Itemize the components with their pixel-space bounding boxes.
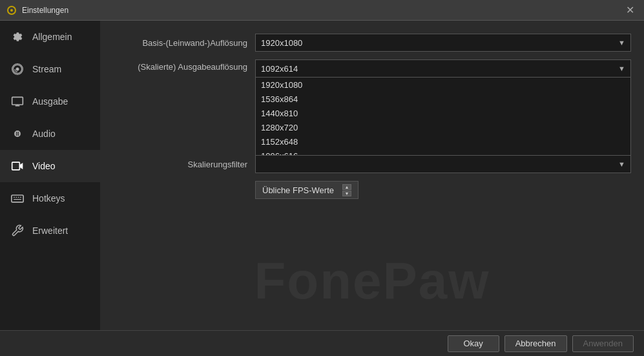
main-container: Allgemein Stream Ausgabe Audio	[0, 21, 644, 330]
chevron-down-icon-ausgabe: ▼	[618, 65, 625, 72]
form-row-skalierung: Skalierungsfilter ▼	[113, 155, 631, 173]
sidebar-label-ausgabe: Ausgabe	[32, 96, 68, 107]
svg-rect-6	[12, 195, 23, 202]
sidebar-item-stream[interactable]: Stream	[0, 53, 100, 85]
content-area: FonePaw Basis-(Leinwand-)Auflösung 1920x…	[100, 21, 644, 330]
stream-icon	[10, 62, 25, 76]
audio-icon	[10, 127, 25, 141]
chevron-down-icon: ▼	[618, 39, 625, 47]
video-icon	[10, 159, 25, 173]
anwenden-button[interactable]: Anwenden	[572, 335, 634, 352]
sidebar-item-hotkeys[interactable]: Hotkeys	[0, 182, 100, 215]
svg-point-1	[10, 9, 13, 12]
keyboard-icon	[10, 191, 25, 205]
sidebar-label-stream: Stream	[32, 64, 61, 74]
dropdown-container: 1092x614 ▼ 1920x10801536x8641440x8101280…	[255, 59, 631, 78]
dropdown-item[interactable]: 1536x864	[256, 92, 630, 106]
select-skalierung[interactable]: ▼	[255, 155, 631, 173]
fps-spinners: ▲ ▼	[342, 184, 351, 196]
label-basis: Basis-(Leinwand-)Auflösung	[113, 38, 255, 48]
title-bar: Einstellungen ✕	[0, 0, 644, 21]
sidebar-item-ausgabe[interactable]: Ausgabe	[0, 85, 100, 118]
sidebar-item-allgemein[interactable]: Allgemein	[0, 21, 100, 53]
bottom-bar: Okay Abbrechen Anwenden	[0, 330, 644, 356]
fps-down-button[interactable]: ▼	[342, 191, 351, 196]
dropdown-item[interactable]: 1280x720	[256, 120, 630, 134]
abbrechen-button[interactable]: Abbrechen	[504, 335, 567, 352]
dropdown-list[interactable]: 1920x10801536x8641440x8101280x7201152x64…	[255, 78, 631, 168]
select-basis-value: 1920x1080	[261, 38, 302, 48]
sidebar: Allgemein Stream Ausgabe Audio	[0, 21, 100, 330]
title-bar-left: Einstellungen	[6, 5, 68, 16]
gear-icon	[10, 30, 25, 44]
sidebar-label-allgemein: Allgemein	[32, 32, 72, 42]
label-skalierung: Skalierungsfilter	[113, 160, 255, 169]
output-icon	[10, 94, 25, 109]
svg-point-2	[16, 68, 19, 71]
label-ausgabe: (Skalierte) Ausgabeauflösung	[113, 59, 255, 72]
watermark: FonePaw	[254, 251, 490, 311]
title-bar-title: Einstellungen	[22, 6, 68, 15]
sidebar-label-video: Video	[32, 161, 56, 171]
sidebar-label-audio: Audio	[32, 129, 56, 139]
form-row-fps: Übliche FPS-Werte ▲ ▼	[113, 181, 631, 199]
chevron-down-icon-filter: ▼	[618, 160, 625, 168]
fps-control[interactable]: Übliche FPS-Werte ▲ ▼	[255, 181, 358, 199]
dropdown-item[interactable]: 1920x1080	[256, 78, 630, 92]
form-row-basis: Basis-(Leinwand-)Auflösung 1920x1080 ▼	[113, 34, 631, 52]
form-row-ausgabe: (Skalierte) Ausgabeauflösung 1092x614 ▼ …	[113, 59, 631, 78]
close-button[interactable]: ✕	[622, 3, 638, 18]
sidebar-item-erweitert[interactable]: Erweitert	[0, 215, 100, 247]
app-icon	[6, 5, 17, 16]
okay-button[interactable]: Okay	[448, 335, 499, 352]
dropdown-selected-value: 1092x614	[261, 64, 298, 74]
sidebar-item-audio[interactable]: Audio	[0, 118, 100, 150]
svg-rect-5	[12, 162, 20, 170]
sidebar-label-erweitert: Erweitert	[32, 225, 68, 236]
wrench-icon	[10, 224, 25, 238]
sidebar-item-video[interactable]: Video	[0, 150, 100, 182]
fps-up-button[interactable]: ▲	[342, 184, 351, 190]
dropdown-item[interactable]: 1440x810	[256, 106, 630, 120]
dropdown-selected[interactable]: 1092x614 ▼	[255, 59, 631, 78]
fps-value: Übliche FPS-Werte	[262, 185, 334, 195]
sidebar-label-hotkeys: Hotkeys	[32, 193, 65, 204]
dropdown-item[interactable]: 1152x648	[256, 134, 630, 149]
svg-rect-3	[12, 97, 23, 105]
select-basis[interactable]: 1920x1080 ▼	[255, 34, 631, 52]
